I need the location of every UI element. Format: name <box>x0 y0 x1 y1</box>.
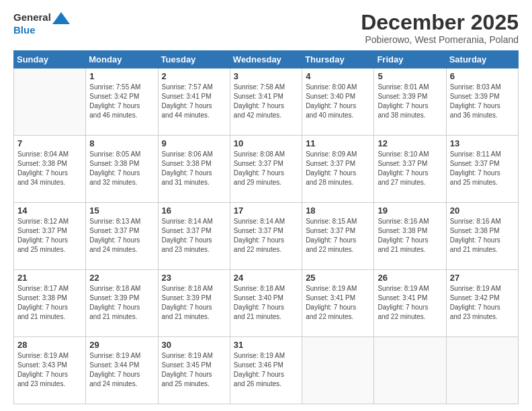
day-number: 10 <box>234 138 298 148</box>
day-number: 31 <box>234 340 298 350</box>
calendar-day-cell: 28Sunrise: 8:19 AM Sunset: 3:43 PM Dayli… <box>14 337 86 404</box>
day-number: 18 <box>306 205 370 216</box>
day-of-week-header: Tuesday <box>158 51 230 68</box>
calendar-day-cell: 16Sunrise: 8:14 AM Sunset: 3:37 PM Dayli… <box>158 203 230 270</box>
page: General Blue December 2025 Pobierowo, We… <box>0 0 532 411</box>
day-number: 2 <box>162 71 226 81</box>
day-info: Sunrise: 8:19 AM Sunset: 3:46 PM Dayligh… <box>234 351 298 389</box>
day-of-week-header: Thursday <box>302 51 374 68</box>
calendar-day-cell <box>14 68 86 136</box>
day-number: 8 <box>89 138 154 148</box>
day-number: 20 <box>450 205 515 216</box>
calendar-header-row: SundayMondayTuesdayWednesdayThursdayFrid… <box>14 51 519 68</box>
calendar-day-cell: 24Sunrise: 8:18 AM Sunset: 3:40 PM Dayli… <box>230 270 302 337</box>
day-number: 29 <box>89 340 154 350</box>
day-number: 21 <box>17 273 82 283</box>
day-of-week-header: Sunday <box>14 51 86 68</box>
day-number: 16 <box>162 205 226 216</box>
day-info: Sunrise: 8:01 AM Sunset: 3:39 PM Dayligh… <box>378 83 442 120</box>
calendar-day-cell: 9Sunrise: 8:06 AM Sunset: 3:38 PM Daylig… <box>158 136 230 203</box>
day-number: 25 <box>306 273 370 283</box>
day-info: Sunrise: 8:19 AM Sunset: 3:45 PM Dayligh… <box>162 351 226 389</box>
day-number: 27 <box>450 273 515 283</box>
calendar-week-row: 28Sunrise: 8:19 AM Sunset: 3:43 PM Dayli… <box>14 337 519 404</box>
day-number: 28 <box>17 340 82 350</box>
calendar-day-cell: 2Sunrise: 7:57 AM Sunset: 3:41 PM Daylig… <box>158 68 230 136</box>
day-number: 4 <box>306 71 370 81</box>
calendar-day-cell: 14Sunrise: 8:12 AM Sunset: 3:37 PM Dayli… <box>14 203 86 270</box>
day-of-week-header: Monday <box>86 51 158 68</box>
day-info: Sunrise: 8:18 AM Sunset: 3:39 PM Dayligh… <box>162 284 226 322</box>
day-number: 19 <box>378 205 442 216</box>
day-info: Sunrise: 8:03 AM Sunset: 3:39 PM Dayligh… <box>450 83 515 120</box>
calendar-day-cell <box>446 337 518 404</box>
calendar-day-cell: 1Sunrise: 7:55 AM Sunset: 3:42 PM Daylig… <box>86 68 158 136</box>
day-info: Sunrise: 8:19 AM Sunset: 3:42 PM Dayligh… <box>450 284 515 322</box>
calendar-day-cell: 11Sunrise: 8:09 AM Sunset: 3:37 PM Dayli… <box>302 136 374 203</box>
month-title: December 2025 <box>361 11 519 34</box>
header: General Blue December 2025 Pobierowo, We… <box>13 11 519 45</box>
logo-text: General <box>13 11 70 26</box>
day-number: 15 <box>89 205 154 216</box>
day-info: Sunrise: 8:14 AM Sunset: 3:37 PM Dayligh… <box>162 217 226 255</box>
calendar-day-cell: 8Sunrise: 8:05 AM Sunset: 3:38 PM Daylig… <box>86 136 158 203</box>
calendar-day-cell: 19Sunrise: 8:16 AM Sunset: 3:38 PM Dayli… <box>374 203 446 270</box>
calendar-day-cell: 27Sunrise: 8:19 AM Sunset: 3:42 PM Dayli… <box>446 270 518 337</box>
calendar-day-cell: 22Sunrise: 8:18 AM Sunset: 3:39 PM Dayli… <box>86 270 158 337</box>
calendar-day-cell: 20Sunrise: 8:16 AM Sunset: 3:38 PM Dayli… <box>446 203 518 270</box>
calendar-day-cell: 23Sunrise: 8:18 AM Sunset: 3:39 PM Dayli… <box>158 270 230 337</box>
day-number: 24 <box>234 273 298 283</box>
logo-icon <box>52 11 70 26</box>
calendar-day-cell: 21Sunrise: 8:17 AM Sunset: 3:38 PM Dayli… <box>14 270 86 337</box>
day-info: Sunrise: 8:04 AM Sunset: 3:38 PM Dayligh… <box>17 150 82 187</box>
day-info: Sunrise: 8:16 AM Sunset: 3:38 PM Dayligh… <box>378 217 442 255</box>
day-info: Sunrise: 8:12 AM Sunset: 3:37 PM Dayligh… <box>17 217 82 255</box>
day-of-week-header: Wednesday <box>230 51 302 68</box>
day-number: 17 <box>234 205 298 216</box>
location-subtitle: Pobierowo, West Pomerania, Poland <box>361 34 519 45</box>
calendar-day-cell <box>374 337 446 404</box>
calendar-day-cell: 25Sunrise: 8:19 AM Sunset: 3:41 PM Dayli… <box>302 270 374 337</box>
day-number: 30 <box>162 340 226 350</box>
day-info: Sunrise: 8:18 AM Sunset: 3:40 PM Dayligh… <box>234 284 298 322</box>
day-number: 3 <box>234 71 298 81</box>
day-info: Sunrise: 8:15 AM Sunset: 3:37 PM Dayligh… <box>306 217 370 255</box>
day-info: Sunrise: 8:13 AM Sunset: 3:37 PM Dayligh… <box>89 217 154 255</box>
calendar-day-cell: 31Sunrise: 8:19 AM Sunset: 3:46 PM Dayli… <box>230 337 302 404</box>
day-info: Sunrise: 8:19 AM Sunset: 3:43 PM Dayligh… <box>17 351 82 389</box>
day-info: Sunrise: 8:08 AM Sunset: 3:37 PM Dayligh… <box>234 150 298 187</box>
calendar-day-cell: 10Sunrise: 8:08 AM Sunset: 3:37 PM Dayli… <box>230 136 302 203</box>
calendar-day-cell: 26Sunrise: 8:19 AM Sunset: 3:41 PM Dayli… <box>374 270 446 337</box>
day-info: Sunrise: 7:55 AM Sunset: 3:42 PM Dayligh… <box>89 83 154 120</box>
day-number: 13 <box>450 138 515 148</box>
calendar-day-cell: 29Sunrise: 8:19 AM Sunset: 3:44 PM Dayli… <box>86 337 158 404</box>
day-number: 26 <box>378 273 442 283</box>
logo-blue: Blue <box>13 24 70 36</box>
svg-marker-0 <box>52 12 70 24</box>
day-number: 23 <box>162 273 226 283</box>
calendar-day-cell: 6Sunrise: 8:03 AM Sunset: 3:39 PM Daylig… <box>446 68 518 136</box>
day-number: 14 <box>17 205 82 216</box>
calendar-day-cell: 12Sunrise: 8:10 AM Sunset: 3:37 PM Dayli… <box>374 136 446 203</box>
day-of-week-header: Saturday <box>446 51 518 68</box>
day-number: 12 <box>378 138 442 148</box>
day-number: 11 <box>306 138 370 148</box>
day-info: Sunrise: 8:10 AM Sunset: 3:37 PM Dayligh… <box>378 150 442 187</box>
calendar-day-cell: 17Sunrise: 8:14 AM Sunset: 3:37 PM Dayli… <box>230 203 302 270</box>
calendar-day-cell: 15Sunrise: 8:13 AM Sunset: 3:37 PM Dayli… <box>86 203 158 270</box>
day-number: 9 <box>162 138 226 148</box>
calendar-day-cell <box>302 337 374 404</box>
day-info: Sunrise: 8:11 AM Sunset: 3:37 PM Dayligh… <box>450 150 515 187</box>
calendar-day-cell: 13Sunrise: 8:11 AM Sunset: 3:37 PM Dayli… <box>446 136 518 203</box>
calendar-day-cell: 3Sunrise: 7:58 AM Sunset: 3:41 PM Daylig… <box>230 68 302 136</box>
calendar-day-cell: 4Sunrise: 8:00 AM Sunset: 3:40 PM Daylig… <box>302 68 374 136</box>
calendar-week-row: 7Sunrise: 8:04 AM Sunset: 3:38 PM Daylig… <box>14 136 519 203</box>
day-of-week-header: Friday <box>374 51 446 68</box>
day-info: Sunrise: 8:09 AM Sunset: 3:37 PM Dayligh… <box>306 150 370 187</box>
calendar-week-row: 14Sunrise: 8:12 AM Sunset: 3:37 PM Dayli… <box>14 203 519 270</box>
day-number: 7 <box>17 138 82 148</box>
day-number: 22 <box>89 273 154 283</box>
calendar: SundayMondayTuesdayWednesdayThursdayFrid… <box>13 50 519 404</box>
calendar-day-cell: 18Sunrise: 8:15 AM Sunset: 3:37 PM Dayli… <box>302 203 374 270</box>
day-number: 5 <box>378 71 442 81</box>
